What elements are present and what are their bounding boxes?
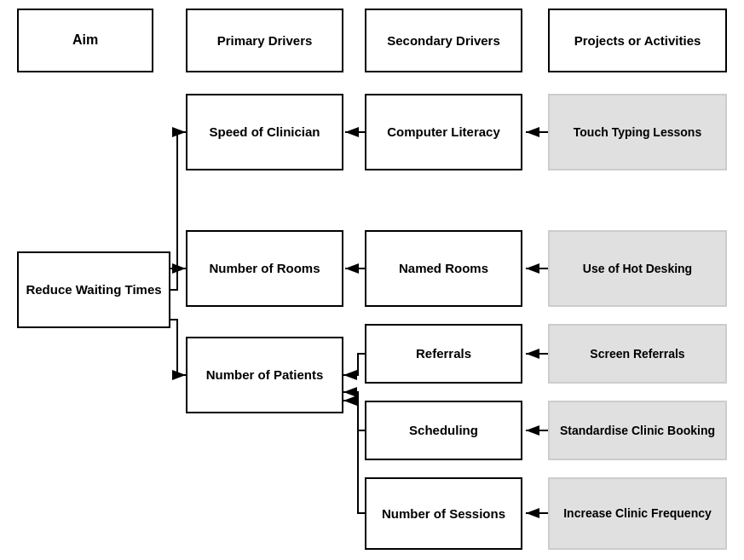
project-3: Screen Referrals <box>548 324 727 384</box>
primary-driver-2: Number of Rooms <box>186 230 343 307</box>
project-4: Standardise Clinic Booking <box>548 401 727 460</box>
aim-box: Reduce Waiting Times <box>17 251 170 328</box>
secondary-driver-4: Scheduling <box>365 401 522 460</box>
primary-driver-3: Number of Patients <box>186 337 343 413</box>
project-1: Touch Typing Lessons <box>548 94 727 170</box>
header-primary-drivers: Primary Drivers <box>186 9 343 72</box>
primary-driver-1: Speed of Clinician <box>186 94 343 170</box>
project-5: Increase Clinic Frequency <box>548 477 727 550</box>
header-secondary-drivers: Secondary Drivers <box>365 9 522 72</box>
secondary-driver-1: Computer Literacy <box>365 94 522 170</box>
header-aim: Aim <box>17 9 153 72</box>
project-2: Use of Hot Desking <box>548 230 727 307</box>
secondary-driver-2: Named Rooms <box>365 230 522 307</box>
driver-diagram: Aim Primary Drivers Secondary Drivers Pr… <box>0 0 744 560</box>
secondary-driver-5: Number of Sessions <box>365 477 522 550</box>
header-projects: Projects or Activities <box>548 9 727 72</box>
secondary-driver-3: Referrals <box>365 324 522 384</box>
